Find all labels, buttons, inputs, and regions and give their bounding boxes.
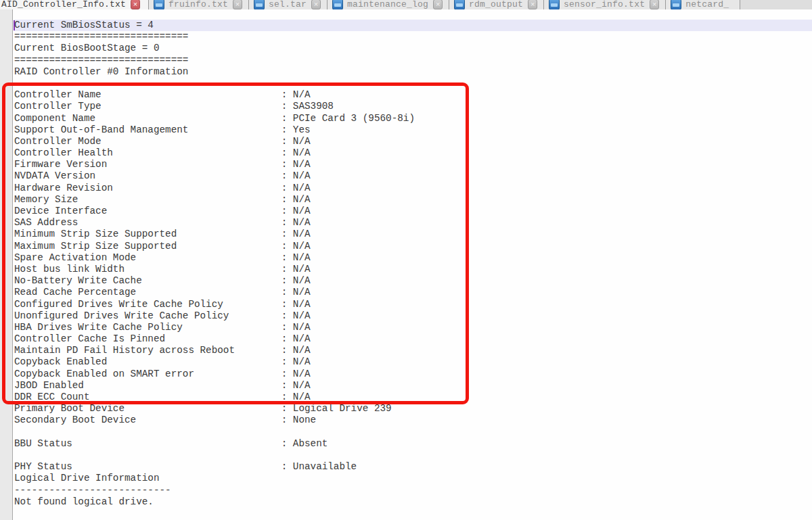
tab-label: sel.tar	[269, 0, 307, 10]
editor-line[interactable]: JBOD Enabled : N/A	[14, 380, 812, 392]
editor-line[interactable]: Primary Boot Device : Logical Drive 239	[14, 403, 812, 415]
editor-line[interactable]: PHY Status : Unavailable	[14, 461, 812, 473]
tab-sel-tar[interactable]: sel.tar×	[249, 0, 328, 9]
editor-text-area[interactable]: Current SmBiosStatus = 4================…	[14, 20, 812, 520]
editor-line[interactable]: NVDATA Version : N/A	[14, 170, 812, 182]
tab-label: fruinfo.txt	[168, 0, 228, 10]
editor-line[interactable]: Spare Activation Mode : N/A	[14, 252, 812, 264]
editor-line[interactable]: Hardware Revision : N/A	[14, 183, 812, 194]
editor-line[interactable]: Secondary Boot Device : None	[14, 415, 812, 426]
editor-line[interactable]: HBA Drives Write Cache Policy : N/A	[14, 322, 812, 333]
tab-sensor-info-txt[interactable]: sensor_info.txt×	[544, 0, 666, 9]
tab-label: AID_Controller_Info.txt	[1, 0, 126, 10]
editor-line[interactable]: Controller Health : N/A	[14, 147, 812, 159]
editor-line[interactable]: Not found logical drive.	[14, 496, 812, 508]
tab-aid-controller-info-txt[interactable]: AID_Controller_Info.txt×	[0, 0, 149, 9]
editor-line[interactable]: DDR ECC Count : N/A	[14, 392, 812, 403]
close-icon[interactable]: ×	[650, 0, 659, 9]
editor-line[interactable]: No-Battery Write Cache : N/A	[14, 275, 812, 287]
bookmark-margin[interactable]	[0, 9, 13, 520]
editor-line[interactable]: Read Cache Percentage : N/A	[14, 287, 812, 298]
close-icon[interactable]: ×	[233, 0, 242, 9]
editor-line[interactable]: Controller Mode : N/A	[14, 136, 812, 147]
editor-line[interactable]: ==============================	[14, 31, 812, 43]
text-caret	[14, 20, 15, 30]
editor-line[interactable]: Copyback Enabled on SMART error : N/A	[14, 369, 812, 380]
editor-line[interactable]: Maintain PD Fail History across Reboot :…	[14, 345, 812, 356]
tab-maintenance-log[interactable]: maintenance_log×	[328, 0, 449, 9]
editor-line[interactable]	[14, 427, 812, 438]
editor-line[interactable]: ---------------------------	[14, 485, 812, 496]
editor-line[interactable]: Copyback Enabled : N/A	[14, 356, 812, 368]
editor-line[interactable]: Unonfigured Drives Write Cache Policy : …	[14, 310, 812, 322]
tab-label: sensor_info.txt	[564, 0, 645, 10]
text-editor[interactable]: Current SmBiosStatus = 4================…	[0, 9, 812, 520]
file-icon	[454, 0, 465, 10]
close-icon[interactable]: ×	[433, 0, 443, 9]
file-icon	[154, 0, 164, 10]
editor-line[interactable]: SAS Address : N/A	[14, 217, 812, 229]
close-icon[interactable]: ×	[131, 0, 140, 9]
tab-label: rdm_output	[469, 0, 523, 10]
editor-line[interactable]: Controller Type : SAS3908	[14, 101, 812, 112]
editor-line[interactable]: RAID Controller #0 Information	[14, 66, 812, 78]
editor-line[interactable]: ==============================	[14, 55, 812, 66]
tab-bar: AID_Controller_Info.txt×fruinfo.txt×sel.…	[0, 0, 812, 10]
close-icon[interactable]: ×	[528, 0, 537, 9]
editor-line[interactable]: Controller Name : N/A	[14, 89, 812, 101]
file-icon	[671, 0, 681, 10]
editor-line[interactable]: Minimum Strip Size Supported : N/A	[14, 229, 812, 240]
file-icon	[332, 0, 343, 10]
editor-line[interactable]: Controller Cache Is Pinned : N/A	[14, 333, 812, 345]
tab-netcard[interactable]: netcard_	[666, 0, 740, 9]
file-icon	[549, 0, 560, 10]
editor-line[interactable]: Component Name : PCIe Card 3 (9560-8i)	[14, 113, 812, 124]
editor-line[interactable]: BBU Status : Absent	[14, 438, 812, 450]
notepad-window: AID_Controller_Info.txt×fruinfo.txt×sel.…	[0, 0, 812, 520]
editor-line[interactable]: Memory Size : N/A	[14, 194, 812, 206]
tab-fruinfo-txt[interactable]: fruinfo.txt×	[149, 0, 249, 9]
editor-line[interactable]: Configured Drives Write Cache Policy : N…	[14, 299, 812, 310]
tab-label: maintenance_log	[347, 0, 428, 10]
editor-line[interactable]	[14, 78, 812, 89]
close-icon[interactable]: ×	[311, 0, 321, 9]
editor-line[interactable]: Current SmBiosStatus = 4	[14, 20, 812, 31]
file-icon	[254, 0, 265, 10]
editor-line[interactable]: Device Interface : N/A	[14, 206, 812, 217]
editor-line[interactable]: Maximum Strip Size Supported : N/A	[14, 241, 812, 252]
editor-line[interactable]: Current BiosBootStage = 0	[14, 43, 812, 54]
tab-label: netcard_	[685, 0, 729, 10]
editor-line[interactable]: Host bus link Width : N/A	[14, 264, 812, 275]
editor-line[interactable]: Support Out-of-Band Management : Yes	[14, 124, 812, 136]
editor-line[interactable]: Logical Drive Information	[14, 473, 812, 484]
editor-line[interactable]	[14, 450, 812, 461]
tab-rdm-output[interactable]: rdm_output×	[449, 0, 544, 9]
editor-line[interactable]: Firmware Version : N/A	[14, 159, 812, 170]
